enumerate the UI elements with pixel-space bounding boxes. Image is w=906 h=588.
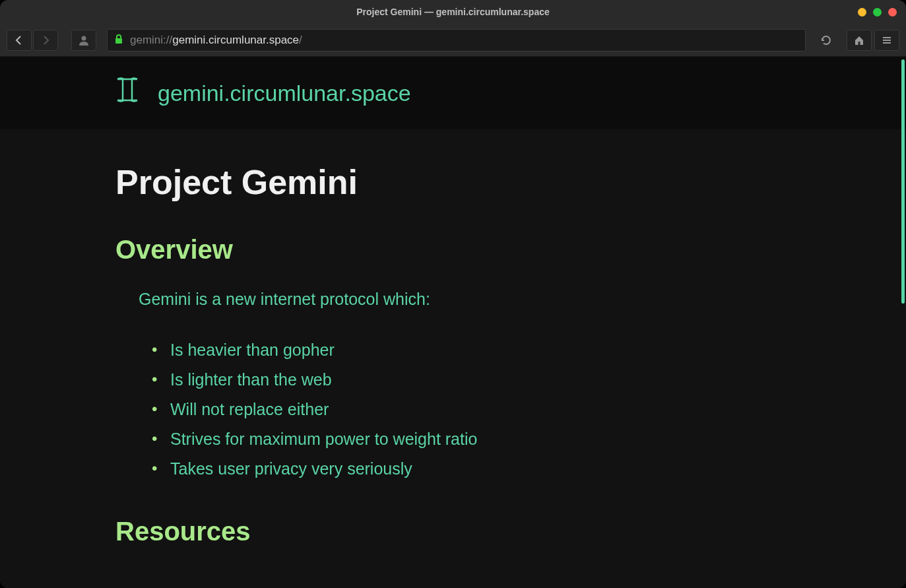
url-bar[interactable]: gemini://gemini.circumlunar.space/ (107, 29, 806, 51)
window-title: Project Gemini — gemini.circumlunar.spac… (356, 7, 550, 17)
svg-rect-4 (883, 40, 891, 41)
back-button[interactable] (7, 30, 32, 51)
list-item: Takes user privacy very seriously (152, 454, 906, 484)
list-item: Strives for maximum power to weight rati… (152, 424, 906, 454)
url-host: gemini.circumlunar.space (172, 34, 299, 47)
page-header: gemini.circumlunar.space (0, 57, 906, 129)
arrow-right-icon (40, 35, 51, 46)
overview-bullets: Is heavier than gopher Is lighter than t… (152, 335, 906, 484)
site-hostname: gemini.circumlunar.space (158, 81, 411, 106)
browser-window: Project Gemini — gemini.circumlunar.spac… (0, 0, 906, 588)
menu-button[interactable] (874, 30, 899, 51)
url-path: / (299, 34, 302, 47)
arrow-left-icon (14, 35, 24, 46)
maximize-button[interactable] (873, 8, 882, 16)
overview-heading: Overview (115, 235, 906, 265)
lock-icon (114, 34, 123, 47)
traffic-lights (858, 8, 897, 16)
svg-rect-5 (883, 42, 891, 44)
list-item: Is lighter than the web (152, 365, 906, 395)
page-title: Project Gemini (115, 162, 906, 202)
svg-point-0 (82, 36, 86, 40)
svg-rect-3 (883, 37, 891, 38)
content-area[interactable]: gemini.circumlunar.space Project Gemini … (0, 57, 906, 588)
reload-icon (820, 34, 832, 46)
url-text: gemini://gemini.circumlunar.space/ (130, 34, 302, 47)
home-button[interactable] (847, 30, 872, 51)
scrollbar-thumb[interactable] (901, 59, 905, 304)
resources-heading: Resources (115, 517, 906, 546)
svg-rect-2 (858, 42, 860, 45)
person-icon (78, 34, 90, 46)
page-body: Project Gemini Overview Gemini is a new … (0, 129, 906, 546)
toolbar: gemini://gemini.circumlunar.space/ (0, 24, 906, 57)
svg-rect-1 (115, 38, 122, 44)
scrollbar[interactable] (902, 57, 906, 588)
minimize-button[interactable] (858, 8, 866, 16)
list-item: Is heavier than gopher (152, 335, 906, 365)
list-item: Will not replace either (152, 395, 906, 424)
nav-buttons (7, 30, 58, 51)
close-button[interactable] (888, 8, 897, 16)
hamburger-icon (882, 35, 892, 46)
forward-button[interactable] (33, 30, 58, 51)
home-icon (854, 35, 864, 46)
url-scheme: gemini:// (130, 34, 172, 47)
gemini-icon (115, 75, 139, 111)
reload-button[interactable] (814, 30, 839, 51)
overview-intro: Gemini is a new internet protocol which: (139, 290, 906, 309)
toolbar-right (847, 30, 899, 51)
profile-button[interactable] (71, 30, 96, 51)
titlebar: Project Gemini — gemini.circumlunar.spac… (0, 0, 906, 24)
